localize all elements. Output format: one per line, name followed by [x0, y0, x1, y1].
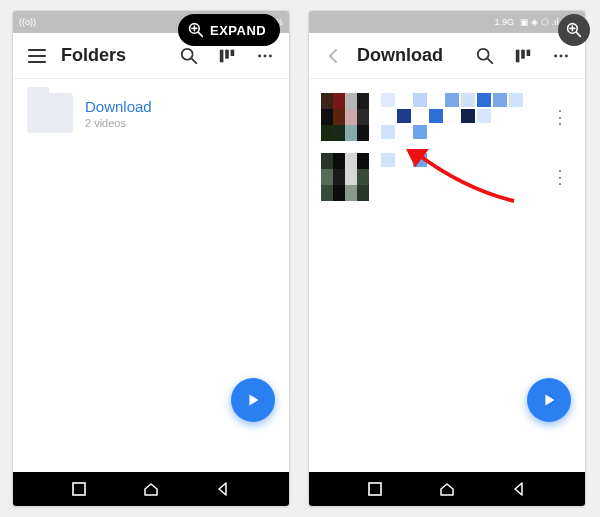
item-more-icon[interactable]: ⋮	[551, 166, 573, 188]
svg-point-9	[478, 48, 489, 59]
svg-point-16	[565, 54, 568, 57]
zoom-button[interactable]	[558, 14, 590, 46]
phone-folders: ((o)) 0:14 98% Folders	[12, 10, 290, 507]
svg-point-15	[560, 54, 563, 57]
android-nav-bar	[309, 472, 585, 506]
folder-subtitle: 2 videos	[85, 117, 152, 129]
play-fab[interactable]	[527, 378, 571, 422]
nav-recent-icon[interactable]	[70, 480, 88, 498]
video-thumbnail	[321, 93, 369, 141]
svg-rect-3	[225, 49, 229, 58]
nav-back-icon[interactable]	[214, 480, 232, 498]
item-more-icon[interactable]: ⋮	[551, 106, 573, 128]
video-thumbnail	[321, 153, 369, 201]
expand-label: EXPAND	[210, 23, 266, 38]
svg-point-7	[269, 54, 272, 57]
svg-line-23	[576, 32, 580, 36]
folder-icon	[27, 93, 73, 133]
svg-point-14	[554, 54, 557, 57]
svg-rect-12	[521, 49, 525, 58]
svg-line-1	[192, 58, 197, 63]
svg-line-19	[198, 32, 202, 36]
view-toggle-icon[interactable]	[509, 42, 537, 70]
zoom-in-icon	[188, 22, 204, 38]
svg-rect-11	[516, 49, 520, 62]
nav-recent-icon[interactable]	[366, 480, 384, 498]
video-item[interactable]: ⋮	[319, 147, 575, 207]
play-fab[interactable]	[231, 378, 275, 422]
wifi-icon: ((o))	[19, 17, 36, 27]
zoom-in-icon	[566, 22, 582, 38]
video-meta-blur	[381, 153, 539, 167]
nav-home-icon[interactable]	[142, 480, 160, 498]
folder-name: Download	[85, 98, 152, 115]
phone-download: 1.9G ▣ ◈ ⬡ .ıl .ıl ▮ Download	[308, 10, 586, 507]
svg-rect-17	[369, 483, 381, 495]
svg-point-6	[264, 54, 267, 57]
svg-rect-2	[220, 49, 224, 62]
svg-rect-4	[231, 49, 235, 55]
folder-item-download[interactable]: Download 2 videos	[23, 87, 279, 139]
hamburger-icon[interactable]	[23, 42, 51, 70]
svg-rect-13	[527, 49, 531, 55]
svg-rect-8	[73, 483, 85, 495]
page-title: Download	[357, 45, 443, 66]
status-net: 1.9G	[494, 17, 514, 27]
nav-home-icon[interactable]	[438, 480, 456, 498]
svg-point-5	[258, 54, 261, 57]
expand-button[interactable]: EXPAND	[178, 14, 280, 46]
folder-list: Download 2 videos	[13, 79, 289, 472]
video-list: ⋮ ⋮	[309, 79, 585, 472]
search-icon[interactable]	[471, 42, 499, 70]
page-title: Folders	[61, 45, 126, 66]
status-bar: 1.9G ▣ ◈ ⬡ .ıl .ıl ▮	[309, 11, 585, 33]
svg-point-0	[182, 48, 193, 59]
svg-line-10	[488, 58, 493, 63]
android-nav-bar	[13, 472, 289, 506]
back-arrow-icon[interactable]	[319, 42, 347, 70]
app-bar: Download	[309, 33, 585, 79]
nav-back-icon[interactable]	[510, 480, 528, 498]
video-meta-blur	[381, 93, 539, 139]
video-item[interactable]: ⋮	[319, 87, 575, 147]
